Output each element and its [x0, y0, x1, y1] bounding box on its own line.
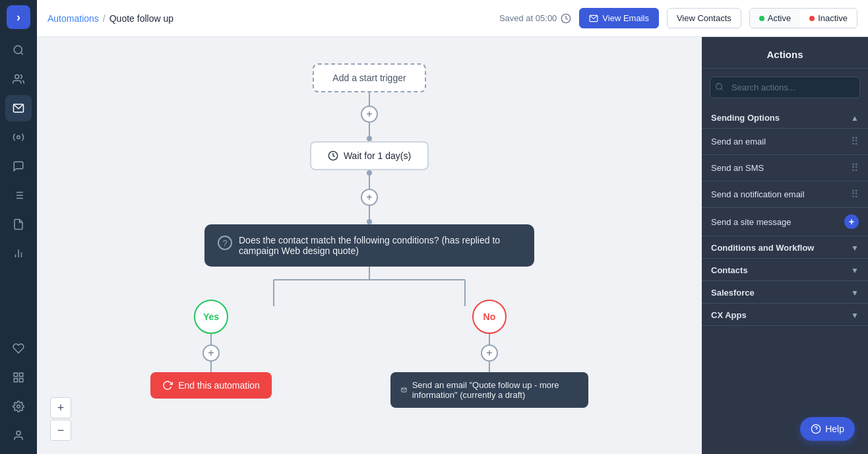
yes-add-btn[interactable]: +: [202, 344, 220, 362]
status-inactive[interactable]: Inactive: [800, 9, 857, 28]
sidebar: ›: [0, 0, 37, 454]
main-content: Automations / Quote follow up Saved at 0…: [37, 0, 868, 454]
sidebar-logo[interactable]: ›: [7, 5, 30, 29]
svg-point-4: [17, 136, 20, 139]
yes-connector-2: [210, 362, 212, 372]
help-icon: [811, 424, 821, 434]
condition-box[interactable]: ? Does the contact match the following c…: [204, 224, 534, 267]
clock-icon: [328, 150, 338, 161]
sidebar-item-automation[interactable]: [5, 124, 32, 150]
add-site-message-icon[interactable]: +: [844, 214, 859, 229]
email-action-box[interactable]: Send an email "Quote follow up - more in…: [390, 372, 588, 408]
sidebar-item-document[interactable]: [5, 211, 32, 238]
add-btn-1[interactable]: +: [361, 106, 378, 123]
connector-line-4: [369, 206, 370, 219]
breadcrumb-separator: /: [103, 13, 106, 24]
question-icon: ?: [218, 236, 232, 250]
end-automation-box[interactable]: End this automation: [150, 372, 272, 399]
wait-box[interactable]: Wait for 1 day(s): [310, 141, 429, 170]
sidebar-item-email[interactable]: [5, 95, 32, 121]
svg-point-18: [17, 405, 20, 408]
search-input[interactable]: [710, 77, 860, 98]
no-circle[interactable]: No: [472, 300, 507, 334]
section-sending-label: Sending Options: [711, 113, 780, 123]
section-salesforce-label: Salesforce: [711, 288, 755, 298]
breadcrumb-current: Quote follow up: [109, 13, 173, 24]
connector-line-3: [369, 176, 370, 189]
svg-line-1: [20, 52, 22, 54]
active-dot: [759, 16, 764, 21]
section-conditions-label: Conditions and Workflow: [711, 243, 814, 253]
action-send-notification[interactable]: Send a notification email ⠿: [702, 181, 868, 208]
view-emails-button[interactable]: View Emails: [579, 8, 659, 28]
action-send-site-message[interactable]: Send a site message +: [702, 208, 868, 236]
view-contacts-button[interactable]: View Contacts: [667, 8, 741, 28]
no-connector-2: [489, 362, 490, 372]
sidebar-item-chat[interactable]: [5, 153, 32, 179]
yes-circle[interactable]: Yes: [194, 300, 228, 334]
connector-dot-2: [367, 170, 372, 176]
section-cx-apps[interactable]: CX Apps ▼: [702, 304, 868, 326]
chevron-down-cx-icon: ▼: [851, 311, 859, 320]
svg-rect-17: [14, 379, 17, 382]
sidebar-item-layout[interactable]: [5, 364, 32, 391]
status-toggle: Active Inactive: [749, 8, 857, 28]
sidebar-item-chart[interactable]: [5, 240, 32, 267]
svg-point-19: [16, 431, 20, 435]
svg-point-28: [716, 83, 722, 89]
action-send-sms[interactable]: Send an SMS ⠿: [702, 155, 868, 181]
canvas: Add a start trigger + Wait for 1 day(s): [37, 37, 702, 454]
logo-icon: ›: [16, 11, 20, 24]
inactive-dot: [809, 16, 815, 21]
branch-section: Yes + End this automation: [150, 267, 588, 408]
saved-text: Saved at 05:00: [499, 13, 557, 23]
search-icon: [715, 82, 724, 93]
svg-rect-14: [14, 373, 17, 376]
sidebar-item-search[interactable]: [5, 37, 32, 63]
section-contacts[interactable]: Contacts ▼: [702, 259, 868, 281]
history-icon: [561, 13, 571, 24]
section-salesforce[interactable]: Salesforce ▼: [702, 281, 868, 304]
branch-arms: Yes + End this automation: [150, 300, 588, 408]
panel-title: Actions: [702, 37, 868, 69]
chevron-up-icon: ▲: [851, 113, 859, 123]
breadcrumb-parent[interactable]: Automations: [47, 13, 99, 24]
connector-dot-3: [367, 219, 372, 224]
section-cx-apps-label: CX Apps: [711, 310, 747, 320]
sidebar-item-user[interactable]: [5, 422, 32, 449]
sidebar-item-list[interactable]: [5, 182, 32, 209]
yes-connector-1: [210, 334, 212, 344]
status-active[interactable]: Active: [750, 9, 800, 28]
action-send-email[interactable]: Send an email ⠿: [702, 129, 868, 155]
section-contacts-label: Contacts: [711, 265, 748, 275]
sidebar-item-heart[interactable]: [5, 335, 32, 362]
svg-rect-15: [20, 373, 23, 376]
add-btn-2[interactable]: +: [361, 189, 378, 206]
drag-icon-send-email: ⠿: [851, 135, 859, 148]
section-conditions[interactable]: Conditions and Workflow ▼: [702, 236, 868, 259]
topbar: Automations / Quote follow up Saved at 0…: [37, 0, 868, 37]
connector-line-2: [369, 123, 370, 136]
help-button[interactable]: Help: [800, 417, 855, 441]
email-icon: [589, 14, 598, 23]
zoom-out-button[interactable]: −: [50, 420, 71, 441]
start-trigger-box[interactable]: Add a start trigger: [313, 63, 425, 92]
svg-point-0: [14, 46, 22, 53]
drag-icon-notification: ⠿: [851, 188, 859, 201]
zoom-controls: + −: [50, 397, 71, 441]
chevron-down-conditions-icon: ▼: [851, 243, 859, 253]
sidebar-item-settings[interactable]: [5, 393, 32, 420]
section-sending-options[interactable]: Sending Options ▲: [702, 106, 868, 129]
connector-dot-1: [367, 136, 372, 141]
chevron-down-contacts-icon: ▼: [851, 266, 859, 275]
no-add-btn[interactable]: +: [481, 344, 498, 362]
end-icon: [162, 380, 173, 391]
svg-point-2: [15, 75, 19, 79]
right-panel: Actions Sending Options ▲ Send an email …: [702, 37, 868, 454]
connector-line-1: [369, 92, 370, 106]
saved-info: Saved at 05:00: [499, 13, 571, 24]
zoom-in-button[interactable]: +: [50, 397, 71, 418]
sidebar-item-contacts[interactable]: [5, 66, 32, 92]
no-arm: No + Send an email "Quote follow up - mo…: [390, 300, 588, 408]
canvas-inner: Add a start trigger + Wait for 1 day(s): [37, 37, 702, 454]
